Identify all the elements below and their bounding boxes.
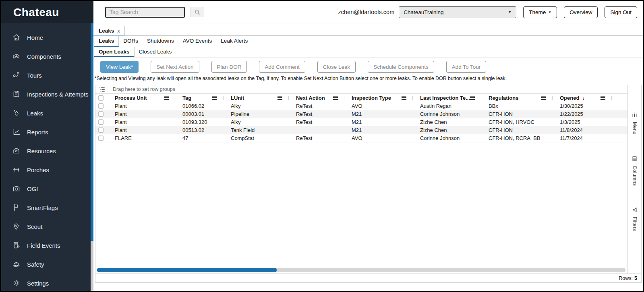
column-menu-icon[interactable]	[541, 96, 546, 100]
view-tabstrip: Open LeaksClosed Leaks	[93, 47, 643, 58]
column-header-tag[interactable]: Tag	[175, 94, 224, 102]
table-cell: Pipeline	[224, 110, 289, 118]
bench-icon	[12, 165, 21, 175]
tab-leak-alerts[interactable]: Leak Alerts	[216, 36, 252, 47]
sidebar-item-smartflags[interactable]: SmartFlags	[1, 198, 91, 217]
row-group-drop-zone[interactable]: Drag here to set row groups	[95, 85, 627, 94]
tab-leaks[interactable]: Leaks	[94, 36, 119, 47]
table-row[interactable]: Plant01066.02AlkyReTestAVOAustin ReganBB…	[95, 102, 627, 110]
sidebar-item-label: Reports	[27, 129, 48, 136]
row-checkbox[interactable]	[98, 119, 104, 125]
horizontal-scrollbar-track[interactable]	[97, 268, 625, 272]
sidebar-item-inspections-attempts[interactable]: Inspections & Attempts	[1, 85, 91, 104]
sidebar-item-leaks[interactable]: Leaks	[1, 104, 91, 123]
column-header-label: Opened	[560, 95, 579, 101]
table-row[interactable]: Plant01093.320AlkyReTestM21Zizhe ChenCFR…	[95, 118, 627, 126]
select-all-checkbox[interactable]	[98, 95, 104, 101]
window-tab-leaks[interactable]: Leaks x	[94, 26, 125, 36]
column-header-inspection-type[interactable]: Inspection Type	[344, 94, 413, 102]
sidebar-item-field-events[interactable]: Field Events	[1, 236, 91, 255]
theme-button[interactable]: Theme ▼	[523, 6, 557, 18]
view-leak-button[interactable]: View Leak*	[100, 61, 139, 73]
table-row[interactable]: Plant00513.02Tank FieldM21Zizhe ChenCFR-…	[95, 126, 627, 134]
column-menu-icon[interactable]	[601, 96, 605, 100]
theme-button-label: Theme	[529, 9, 546, 15]
column-header-next-action[interactable]: Next Action	[289, 94, 344, 102]
sidebar-item-settings[interactable]: Settings	[1, 274, 91, 291]
sidebar-item-label: OGI	[27, 185, 38, 192]
table-cell: Corinne Johnson	[413, 110, 481, 118]
module-tabstrip: LeaksDORsShutdownsAVO EventsLeak Alerts	[93, 36, 643, 47]
column-header-regulations[interactable]: Regulations	[481, 94, 553, 102]
plan-dor-button[interactable]: Plan DOR	[211, 61, 247, 73]
column-header-label: Next Action	[296, 95, 325, 101]
side-panel-columns-button[interactable]: Columns	[632, 156, 638, 186]
sidebar-item-reports[interactable]: Reports	[1, 123, 91, 142]
column-header-label: Process Unit	[115, 95, 147, 101]
table-cell: 1/22/2025	[553, 110, 612, 118]
table-cell: CompStat	[224, 134, 289, 142]
main-area: zchen@ldartools.com ChateauTraining ▼ Th…	[93, 1, 643, 291]
row-checkbox[interactable]	[98, 103, 104, 109]
row-checkbox[interactable]	[98, 111, 104, 117]
sidebar-scrollbar-thumb[interactable]	[91, 23, 93, 241]
sidebar-item-components[interactable]: Components	[1, 47, 91, 66]
sidebar-item-home[interactable]: Home	[1, 28, 91, 47]
sidebar-item-porches[interactable]: Porches	[1, 160, 91, 179]
sidebar-item-tours[interactable]: Tours	[1, 66, 91, 85]
tag-search-input[interactable]	[105, 7, 185, 18]
column-menu-icon[interactable]	[164, 96, 169, 100]
sign-out-button[interactable]: Sign Out	[605, 6, 637, 18]
table-row[interactable]: Plant00003.01PipelineReTestM21Corinne Jo…	[95, 110, 627, 118]
schedule-components-button[interactable]: Schedule Components	[368, 61, 434, 73]
row-checkbox[interactable]	[98, 127, 104, 133]
row-groups-icon	[99, 86, 105, 93]
horizontal-scrollbar-thumb[interactable]	[97, 268, 277, 272]
sidebar-scrollbar-track[interactable]	[91, 23, 93, 291]
side-panel-menu-button[interactable]: Menu	[632, 112, 638, 135]
subtab-open-leaks[interactable]: Open Leaks	[94, 47, 135, 57]
set-next-action-button[interactable]: Set Next Action	[151, 61, 199, 73]
column-header-label: Last Inspection Te...	[420, 95, 470, 101]
columns-icon	[632, 156, 638, 163]
side-panel-filters-button[interactable]: Filters	[632, 207, 638, 231]
row-checkbox-cell	[95, 102, 108, 110]
tab-dors[interactable]: DORs	[119, 36, 143, 47]
row-checkbox[interactable]	[98, 136, 104, 141]
add-comment-button[interactable]: Add Comment	[259, 61, 305, 73]
overview-button[interactable]: Overview	[564, 6, 598, 18]
drop-zone-text: Drag here to set row groups	[113, 86, 175, 92]
column-menu-icon[interactable]	[333, 96, 338, 100]
sidebar-item-safety[interactable]: Safety	[1, 255, 91, 274]
column-menu-icon[interactable]	[470, 96, 475, 100]
table-cell: 1/3/2025	[553, 118, 612, 126]
grid-status-bar: Rows: 5	[95, 273, 641, 282]
table-cell: Austin Regan	[413, 102, 481, 110]
column-header-process-unit[interactable]: Process Unit	[108, 94, 175, 102]
side-panel-label: Menu	[632, 122, 638, 135]
sidebar-item-scout[interactable]: Scout	[1, 217, 91, 236]
search-button[interactable]	[190, 7, 204, 17]
tab-avo-events[interactable]: AVO Events	[178, 36, 217, 47]
tab-shutdowns[interactable]: Shutdowns	[143, 36, 178, 47]
table-cell: AVO	[344, 134, 413, 142]
column-header-lunit[interactable]: LUnit	[224, 94, 289, 102]
column-menu-icon[interactable]	[402, 96, 406, 100]
add-to-tour-button[interactable]: Add To Tour	[446, 61, 487, 73]
sidebar-nav: HomeComponentsToursInspections & Attempt…	[1, 23, 91, 291]
table-row[interactable]: FLARE47CompStatReTestAVOCorinne JohnsonC…	[95, 134, 627, 142]
close-icon[interactable]: x	[117, 28, 120, 34]
sidebar-item-resources[interactable]: Resources	[1, 142, 91, 160]
column-header-last-inspection-te[interactable]: Last Inspection Te...	[413, 94, 481, 102]
site-select[interactable]: ChateauTraining ▼	[399, 6, 516, 18]
table-cell: BBx	[481, 102, 553, 110]
column-menu-icon[interactable]	[277, 96, 282, 100]
column-header-opened[interactable]: Opened↓	[553, 94, 612, 102]
subtab-closed-leaks[interactable]: Closed Leaks	[135, 47, 176, 57]
table-cell: CFR-HON, HRVOC	[481, 118, 553, 126]
column-menu-icon[interactable]	[212, 96, 217, 100]
close-leak-button[interactable]: Close Leak	[317, 61, 356, 73]
table-cell: 00003.01	[175, 110, 224, 118]
sidebar-item-label: Tours	[27, 72, 42, 79]
sidebar-item-ogi[interactable]: OGI	[1, 179, 91, 198]
